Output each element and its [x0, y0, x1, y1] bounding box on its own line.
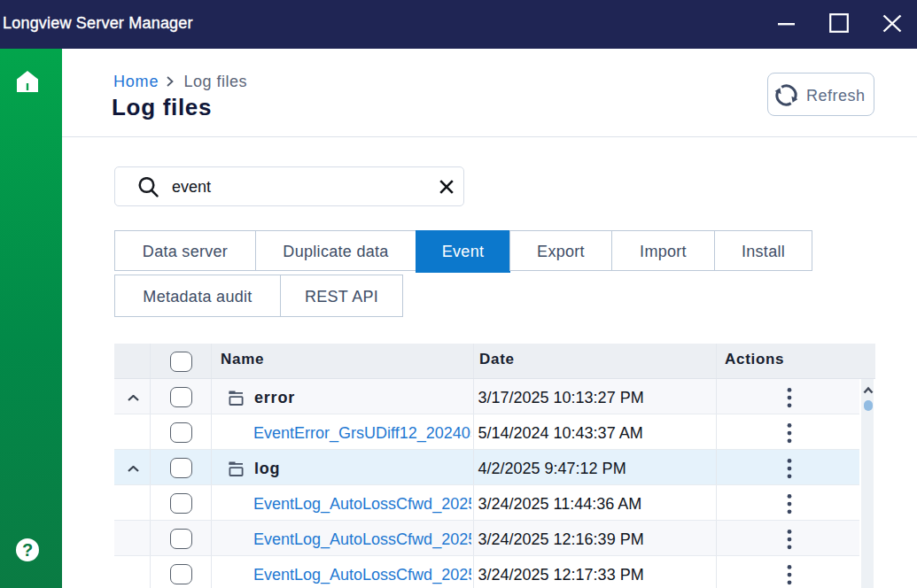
svg-text:?: ?: [22, 540, 33, 560]
